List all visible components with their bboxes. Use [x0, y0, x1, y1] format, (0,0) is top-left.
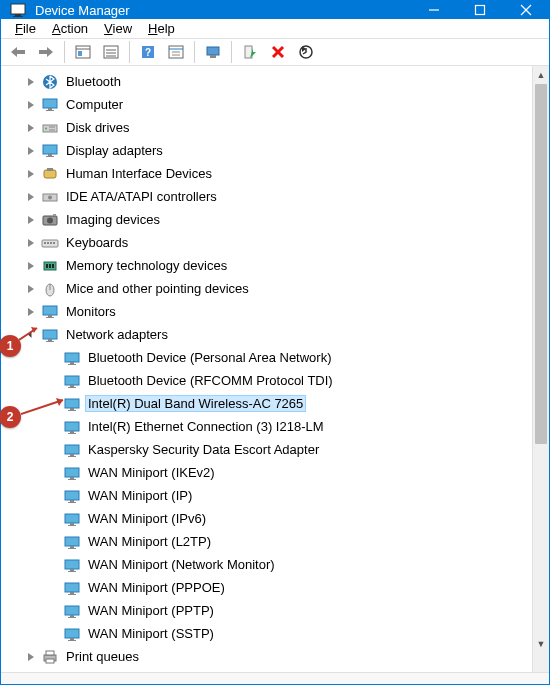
menu-action[interactable]: Action: [46, 19, 94, 38]
tree-item[interactable]: Keyboards: [5, 231, 532, 254]
display-icon: [41, 142, 59, 160]
svg-point-33: [45, 127, 47, 129]
tree-item[interactable]: Disk drives: [5, 116, 532, 139]
svg-rect-67: [70, 385, 74, 387]
tree-child-label: Intel(R) Dual Band Wireless-AC 7265: [85, 395, 306, 412]
svg-rect-2: [13, 16, 23, 17]
tree-item-network[interactable]: Network adapters: [5, 323, 532, 346]
properties-button[interactable]: [163, 39, 189, 65]
maximize-button[interactable]: [457, 1, 503, 19]
expand-icon[interactable]: [23, 189, 39, 205]
tree-child-item[interactable]: WAN Miniport (Network Monitor): [27, 553, 532, 576]
tree-item[interactable]: Memory technology devices: [5, 254, 532, 277]
svg-rect-39: [44, 170, 56, 178]
svg-line-106: [21, 400, 63, 414]
back-button[interactable]: [5, 39, 31, 65]
tree-child-item[interactable]: Kaspersky Security Data Escort Adapter: [27, 438, 532, 461]
tree-child-item[interactable]: WAN Miniport (L2TP): [27, 530, 532, 553]
tree-child-item[interactable]: WAN Miniport (SSTP): [27, 622, 532, 645]
scrollbar-thumb[interactable]: [535, 84, 547, 444]
tree-child-item[interactable]: Bluetooth Device (Personal Area Network): [27, 346, 532, 369]
tree-item[interactable]: Mice and other pointing devices: [5, 277, 532, 300]
network-adapter-icon: [63, 441, 81, 459]
tree-item-label: Computer: [63, 96, 126, 113]
tree-item[interactable]: Imaging devices: [5, 208, 532, 231]
svg-rect-82: [70, 500, 74, 502]
forward-button[interactable]: [33, 39, 59, 65]
expand-icon[interactable]: [23, 304, 39, 320]
uninstall-device-button[interactable]: [293, 39, 319, 65]
scroll-down-arrow[interactable]: ▼: [533, 635, 549, 652]
tree-item-label: Network adapters: [63, 326, 171, 343]
tree-child-item[interactable]: WAN Miniport (PPPOE): [27, 576, 532, 599]
svg-rect-85: [70, 523, 74, 525]
tree-child-item[interactable]: WAN Miniport (PPTP): [27, 599, 532, 622]
tree-child-item[interactable]: Intel(R) Ethernet Connection (3) I218-LM: [27, 415, 532, 438]
tree-item-label: Imaging devices: [63, 211, 163, 228]
tree-item-label: Keyboards: [63, 234, 131, 251]
tree-item[interactable]: Print queues: [5, 645, 532, 668]
tree-child-item[interactable]: WAN Miniport (IP): [27, 484, 532, 507]
categories-button[interactable]: [98, 39, 124, 65]
svg-rect-91: [70, 569, 74, 571]
tree-item[interactable]: Display adapters: [5, 139, 532, 162]
tree-item[interactable]: Monitors: [5, 300, 532, 323]
expand-icon[interactable]: [23, 258, 39, 274]
annotation-arrow-2: [21, 396, 69, 416]
update-driver-button[interactable]: [200, 39, 226, 65]
tree-child-item[interactable]: WAN Miniport (IPv6): [27, 507, 532, 530]
network-adapter-icon: [63, 487, 81, 505]
close-button[interactable]: [503, 1, 549, 19]
svg-rect-97: [70, 615, 74, 617]
expand-icon[interactable]: [23, 235, 39, 251]
svg-rect-61: [48, 339, 52, 341]
network-adapter-icon: [63, 372, 81, 390]
svg-rect-103: [46, 651, 54, 655]
titlebar: Device Manager: [1, 1, 549, 19]
svg-rect-38: [46, 156, 54, 157]
network-adapter-icon: [63, 556, 81, 574]
svg-rect-95: [68, 594, 76, 595]
scroll-up-arrow[interactable]: ▲: [533, 66, 549, 83]
disable-device-button[interactable]: [265, 39, 291, 65]
device-tree[interactable]: BluetoothComputerDisk drivesDisplay adap…: [1, 66, 532, 672]
svg-rect-88: [70, 546, 74, 548]
tree-child-item[interactable]: Intel(R) Dual Band Wireless-AC 7265: [27, 392, 532, 415]
network-icon: [41, 326, 59, 344]
expand-icon[interactable]: [23, 97, 39, 113]
help-button[interactable]: ?: [135, 39, 161, 65]
svg-rect-29: [43, 99, 57, 108]
expand-icon[interactable]: [23, 649, 39, 665]
expand-icon[interactable]: [23, 166, 39, 182]
tree-item[interactable]: Computer: [5, 93, 532, 116]
annotation-badge-1: 1: [0, 335, 21, 357]
tree-child-label: WAN Miniport (IP): [85, 487, 195, 504]
menu-view[interactable]: View: [98, 19, 138, 38]
svg-rect-74: [68, 433, 76, 434]
svg-rect-104: [46, 659, 54, 663]
enable-device-button[interactable]: [237, 39, 263, 65]
network-adapter-icon: [63, 602, 81, 620]
disk-icon: [41, 119, 59, 137]
tree-child-item[interactable]: Bluetooth Device (RFCOMM Protocol TDI): [27, 369, 532, 392]
expand-icon[interactable]: [23, 143, 39, 159]
svg-rect-8: [39, 50, 48, 54]
svg-rect-50: [53, 242, 55, 244]
minimize-button[interactable]: [411, 1, 457, 19]
svg-rect-100: [70, 638, 74, 640]
menu-file[interactable]: FFileile: [9, 19, 42, 38]
expand-icon[interactable]: [23, 120, 39, 136]
expand-icon[interactable]: [23, 281, 39, 297]
expand-icon[interactable]: [23, 212, 39, 228]
vertical-scrollbar[interactable]: ▲ ▼: [532, 66, 549, 672]
show-hidden-button[interactable]: [70, 39, 96, 65]
svg-rect-89: [68, 548, 76, 549]
tree-item[interactable]: Human Interface Devices: [5, 162, 532, 185]
tree-item-label: Memory technology devices: [63, 257, 230, 274]
svg-rect-98: [68, 617, 76, 618]
tree-item[interactable]: IDE ATA/ATAPI controllers: [5, 185, 532, 208]
expand-icon[interactable]: [23, 74, 39, 90]
tree-child-item[interactable]: WAN Miniport (IKEv2): [27, 461, 532, 484]
tree-item[interactable]: Bluetooth: [5, 70, 532, 93]
menu-help[interactable]: Help: [142, 19, 181, 38]
